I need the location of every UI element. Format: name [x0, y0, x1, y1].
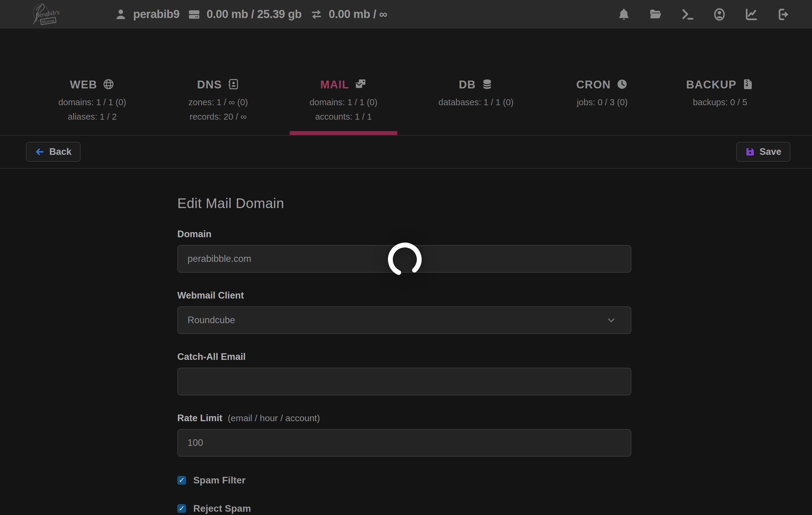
- tab-backup[interactable]: BACKUP backups: 0 / 5: [657, 29, 783, 135]
- domain-label: Domain: [177, 229, 211, 239]
- file-archive-icon: [742, 78, 754, 91]
- reject-spam-label: Reject Spam: [193, 503, 251, 514]
- logo[interactable]: Perabib's Hosting: [25, 1, 60, 28]
- main-content: Edit Mail Domain Domain Webmail Client R…: [0, 169, 812, 515]
- address-book-icon: [227, 78, 239, 91]
- clock-icon: [616, 78, 628, 91]
- tab-dns-stat: zones: 1 / ∞ (0): [188, 97, 248, 107]
- tab-mail-stat: domains: 1 / 1 (0): [310, 97, 377, 107]
- disk-usage-value: 0.00 mb / 25.39 gb: [206, 8, 301, 21]
- catchall-field-group: Catch-All Email: [177, 351, 631, 395]
- tab-db-label: DB: [459, 79, 476, 91]
- tab-web-stat: domains: 1 / 1 (0): [58, 97, 126, 107]
- bell-icon[interactable]: [617, 7, 631, 22]
- catchall-email-input[interactable]: [177, 368, 631, 395]
- save-button-label: Save: [760, 146, 781, 157]
- tab-backup-label: BACKUP: [686, 79, 736, 91]
- logo-icon: Perabib's Hosting: [25, 1, 60, 28]
- webmail-client-select[interactable]: Roundcube: [177, 306, 631, 334]
- tab-web[interactable]: WEB domains: 1 / 1 (0) aliases: 1 / 2: [29, 29, 155, 135]
- arrow-left-icon: [35, 147, 45, 156]
- webmail-client-selected-value: Roundcube: [187, 315, 235, 325]
- exchange-icon: [310, 7, 323, 21]
- rate-limit-hint: (email / hour / account): [228, 413, 320, 423]
- username: perabib9: [133, 8, 179, 21]
- checkbox-box: ✓: [177, 476, 186, 485]
- rate-limit-input[interactable]: [177, 429, 631, 457]
- sign-out-icon[interactable]: [776, 7, 790, 22]
- webmail-field-group: Webmail Client Roundcube: [177, 290, 631, 334]
- catchall-email-label: Catch-All Email: [177, 351, 245, 362]
- database-icon: [481, 78, 493, 91]
- floppy-disk-icon: [745, 147, 755, 156]
- spam-filter-checkbox[interactable]: ✓ Spam Filter: [177, 475, 245, 486]
- tab-dns[interactable]: DNS zones: 1 / ∞ (0) records: 20 / ∞: [155, 29, 281, 135]
- back-button-label: Back: [49, 146, 71, 157]
- tab-cron-stat: jobs: 0 / 3 (0): [577, 97, 628, 107]
- edit-mail-domain-form: Edit Mail Domain Domain Webmail Client R…: [177, 195, 631, 514]
- terminal-icon[interactable]: [680, 7, 695, 22]
- reject-spam-checkbox[interactable]: ✓ Reject Spam: [177, 503, 251, 514]
- back-button[interactable]: Back: [26, 142, 81, 162]
- toolbar: Back Save: [0, 135, 812, 169]
- active-tab-underline: [290, 131, 397, 135]
- topbar: Perabib's Hosting perabib9 0.00 mb / 25.…: [0, 0, 812, 29]
- bandwidth-usage: 0.00 mb / ∞: [310, 7, 387, 21]
- checkbox-box: ✓: [177, 504, 186, 513]
- tab-db-stat: databases: 1 / 1 (0): [438, 97, 514, 107]
- hdd-icon: [187, 7, 201, 21]
- chevron-down-icon: [606, 314, 617, 326]
- bandwidth-value: 0.00 mb / ∞: [329, 8, 387, 21]
- tab-web-stat: aliases: 1 / 2: [68, 112, 117, 122]
- user-summary[interactable]: perabib9: [114, 7, 179, 21]
- check-icon: ✓: [178, 505, 184, 512]
- tab-web-label: WEB: [70, 79, 97, 91]
- account-usage: perabib9 0.00 mb / 25.39 gb 0.00 mb / ∞: [114, 7, 387, 21]
- topbar-actions: [617, 7, 790, 22]
- save-button[interactable]: Save: [736, 142, 790, 162]
- webmail-client-label: Webmail Client: [177, 290, 244, 301]
- domain-input[interactable]: [177, 245, 631, 273]
- rate-limit-field-group: Rate Limit (email / hour / account): [177, 413, 631, 457]
- mail-bulk-icon: [355, 78, 367, 91]
- folder-open-icon[interactable]: [648, 7, 663, 22]
- globe-icon: [103, 78, 115, 91]
- tab-dns-label: DNS: [197, 79, 222, 91]
- page: Perabib's Hosting perabib9 0.00 mb / 25.…: [0, 0, 812, 515]
- tab-mail-label: MAIL: [320, 79, 349, 91]
- user-icon: [114, 7, 128, 21]
- checkbox-group: ✓ Spam Filter ✓ Reject Spam: [177, 475, 631, 514]
- check-icon: ✓: [178, 477, 184, 484]
- disk-usage: 0.00 mb / 25.39 gb: [187, 7, 301, 21]
- tab-mail[interactable]: MAIL domains: 1 / 1 (0) accounts: 1 / 1: [280, 29, 407, 135]
- rate-limit-label: Rate Limit: [177, 413, 222, 424]
- tab-cron-label: CRON: [576, 79, 611, 91]
- tab-mail-stat: accounts: 1 / 1: [315, 112, 372, 122]
- user-circle-icon[interactable]: [712, 7, 727, 22]
- tab-dns-stat: records: 20 / ∞: [190, 112, 247, 122]
- page-title: Edit Mail Domain: [177, 195, 631, 211]
- domain-field-group: Domain: [177, 229, 631, 273]
- spam-filter-label: Spam Filter: [193, 475, 245, 486]
- tab-backup-stat: backups: 0 / 5: [693, 97, 747, 107]
- section-tabs: WEB domains: 1 / 1 (0) aliases: 1 / 2 DN…: [0, 29, 812, 135]
- tab-db[interactable]: DB databases: 1 / 1 (0): [413, 29, 539, 135]
- tab-cron[interactable]: CRON jobs: 0 / 3 (0): [539, 29, 665, 135]
- chart-line-icon[interactable]: [744, 7, 758, 22]
